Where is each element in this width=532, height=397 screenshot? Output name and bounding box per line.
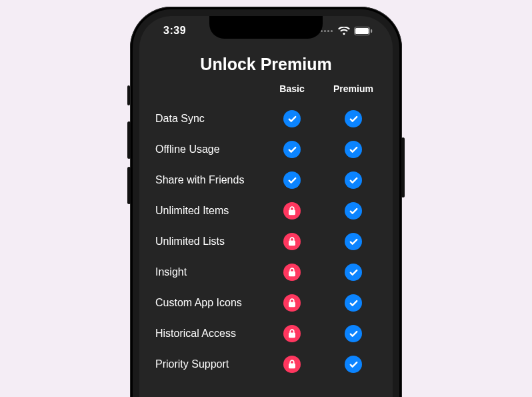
feature-row: Data Sync [155,103,377,134]
lock-icon [283,202,301,220]
feature-basic-cell [269,294,315,312]
lock-icon [283,294,301,312]
stage: 3:39 [0,0,532,397]
feature-premium-cell [330,171,377,189]
column-premium-label: Premium [330,83,377,94]
feature-basic-cell [269,233,315,250]
feature-row: Unlimited Items [155,195,377,226]
lock-icon [283,325,301,342]
power-button[interactable] [401,137,405,197]
check-icon [345,356,362,373]
feature-row: Historical Access [155,318,377,349]
feature-premium-cell [330,325,377,342]
check-icon [345,294,362,312]
svg-rect-3 [289,210,295,216]
phone-screen: 3:39 [139,16,393,397]
check-icon [345,110,362,127]
svg-rect-2 [371,29,372,33]
check-icon [345,202,362,220]
feature-basic-cell [269,325,315,342]
feature-basic-cell [269,264,315,281]
status-time: 3:39 [163,25,186,37]
feature-basic-cell [269,202,315,220]
lock-icon [283,233,301,250]
battery-icon [354,27,373,35]
check-icon [283,110,301,127]
feature-label: Data Sync [155,113,269,125]
feature-label: Unlimited Lists [155,236,269,248]
svg-rect-5 [289,272,295,277]
feature-row: Offline Usage [155,134,377,165]
feature-row: Insight [155,257,377,288]
feature-basic-cell [269,141,315,158]
feature-label: Historical Access [155,328,269,340]
feature-row: Custom App Icons [155,288,377,318]
svg-rect-4 [289,241,295,246]
volume-down-button[interactable] [127,167,131,204]
feature-row: Unlimited Lists [155,226,377,257]
check-icon [283,141,301,158]
feature-premium-cell [330,202,377,220]
column-basic-label: Basic [269,83,315,94]
mute-switch[interactable] [127,85,130,105]
status-right [321,27,373,35]
feature-premium-cell [330,294,377,312]
lock-icon [283,264,301,281]
feature-label: Priority Support [155,358,269,370]
feature-label: Unlimited Items [155,205,269,217]
check-icon [345,233,362,250]
svg-rect-1 [355,28,369,34]
svg-rect-8 [289,364,295,369]
wifi-icon [338,27,350,35]
column-header: Basic Premium [139,83,393,103]
phone-frame: 3:39 [130,7,402,397]
check-icon [283,171,301,189]
feature-premium-cell [330,110,377,127]
feature-premium-cell [330,141,377,158]
feature-label: Share with Friends [155,174,269,186]
volume-up-button[interactable] [127,121,131,159]
cellular-dots-icon [321,30,333,32]
feature-basic-cell [269,171,315,189]
feature-row: Share with Friends [155,165,377,195]
feature-label: Custom App Icons [155,297,269,309]
svg-rect-6 [289,302,295,308]
svg-rect-7 [289,333,295,338]
check-icon [345,325,362,342]
feature-basic-cell [269,356,315,373]
check-icon [345,141,362,158]
check-icon [345,264,362,281]
feature-basic-cell [269,110,315,127]
feature-row: Priority Support [155,349,377,380]
feature-table: Data SyncOffline UsageShare with Friends… [139,103,393,380]
feature-label: Offline Usage [155,143,269,155]
feature-premium-cell [330,233,377,250]
lock-icon [283,356,301,373]
feature-label: Insight [155,266,269,278]
page-title: Unlock Premium [139,55,393,74]
feature-premium-cell [330,356,377,373]
feature-premium-cell [330,264,377,281]
check-icon [345,171,362,189]
notch [209,16,323,39]
